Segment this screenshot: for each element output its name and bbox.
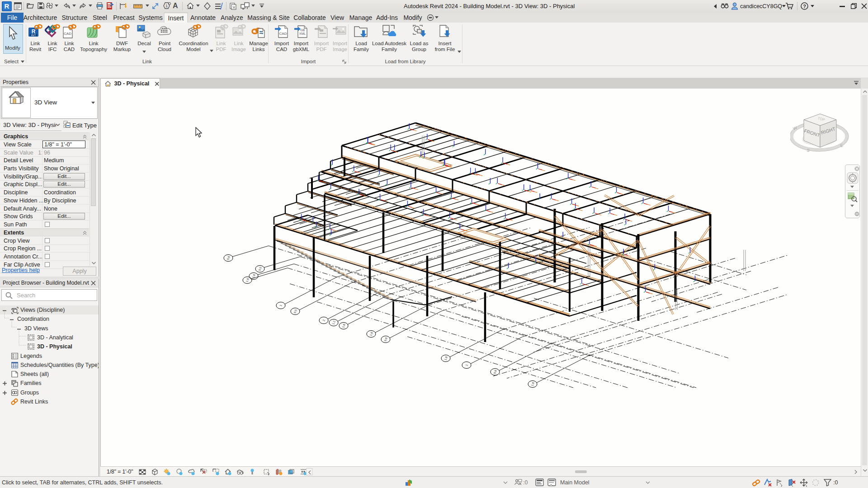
svg-text:1.8: 1.8 — [369, 331, 373, 336]
svg-text:CAD: CAD — [279, 32, 287, 36]
svg-text:1.8: 1.8 — [443, 356, 448, 361]
svg-text:0.8: 0.8 — [383, 337, 388, 342]
svg-text:RVT: RVT — [31, 34, 36, 37]
svg-text:?: ? — [803, 4, 806, 9]
svg-text:1: 1 — [165, 4, 168, 8]
svg-text:XML: XML — [299, 32, 306, 35]
svg-text:0.5: 0.5 — [258, 266, 262, 271]
svg-text:1.8: 1.8 — [245, 277, 250, 282]
svg-text:1: 1 — [465, 364, 468, 366]
svg-text:GB: GB — [300, 28, 305, 32]
svg-text:S: S — [806, 148, 810, 153]
svg-text:0.5: 0.5 — [293, 309, 297, 314]
svg-text:2: 2 — [322, 319, 326, 322]
svg-text:1.2: 1.2 — [331, 320, 336, 325]
svg-text:1.8: 1.8 — [341, 323, 346, 328]
svg-text:CAD: CAD — [64, 32, 71, 36]
svg-text:1: 1 — [279, 304, 283, 307]
svg-text:1.8: 1.8 — [530, 381, 535, 386]
svg-text:0.8: 0.8 — [226, 255, 231, 260]
svg-text:0.8: 0.8 — [493, 369, 497, 374]
svg-text:R: R — [5, 2, 9, 10]
